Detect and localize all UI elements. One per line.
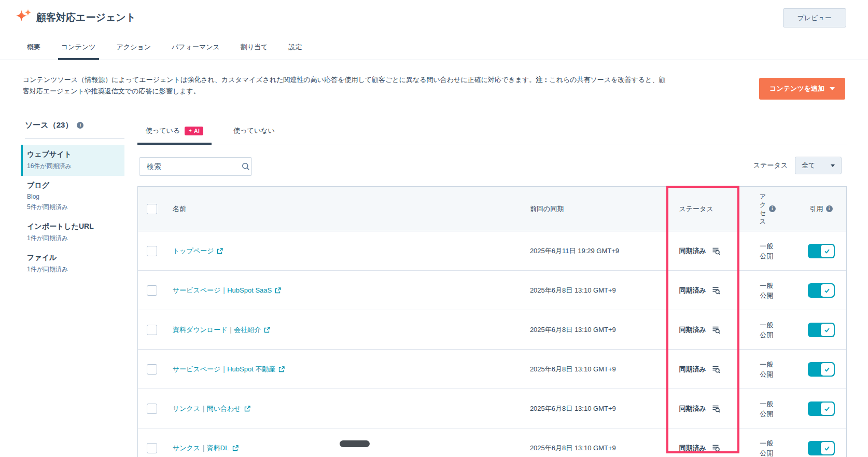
preview-button[interactable]: プレビュー (783, 8, 846, 27)
access-value: 一般公開 (760, 438, 775, 457)
status-text: 同期済み (679, 404, 706, 413)
last-sync-date: 2025年6月8日 13:10 GMT+9 (524, 325, 666, 335)
access-value: 一般公開 (760, 320, 775, 340)
external-link-icon (278, 366, 285, 372)
source-name-link[interactable]: 資料ダウンロード｜会社紹介 (173, 325, 270, 335)
add-content-label: コンテンツを追加 (769, 84, 824, 93)
citation-toggle[interactable] (808, 401, 835, 416)
doc-search-icon[interactable] (711, 404, 721, 414)
last-sync-date: 2025年6月8日 13:10 GMT+9 (524, 365, 666, 374)
access-value: 一般公開 (760, 281, 775, 300)
sidebar-item-website[interactable]: ウェブサイト 16件が同期済み (21, 145, 124, 176)
column-header-last-sync: 前回の同期 (524, 204, 666, 214)
note-label: 注： (536, 76, 549, 84)
check-icon (821, 324, 834, 336)
source-name-link[interactable]: サービスページ｜HubSpot 不動産 (173, 365, 285, 374)
status-text: 同期済み (679, 246, 706, 256)
column-header-status: ステータス (666, 204, 739, 214)
external-link-icon (275, 287, 281, 294)
tab-content[interactable]: コンテンツ (58, 37, 99, 60)
row-checkbox[interactable] (147, 285, 157, 296)
doc-search-icon[interactable] (711, 325, 721, 335)
citation-toggle[interactable] (808, 441, 835, 455)
search-input[interactable] (146, 162, 242, 171)
check-icon (821, 284, 834, 297)
table-row: サービスページ｜HubSpot 不動産 2025年6月8日 13:10 GMT+… (138, 350, 846, 389)
sidebar-divider (25, 138, 124, 139)
citation-toggle[interactable] (808, 323, 835, 337)
status-text: 同期済み (679, 286, 706, 295)
sidebar-item-imported-url[interactable]: インポートしたURL 1件が同期済み (21, 217, 124, 248)
status-filter: ステータス 全て (753, 157, 842, 174)
ai-badge: ✦AI (185, 127, 203, 135)
tab-not-in-use[interactable]: 使っていない (225, 117, 283, 145)
search-icon (242, 162, 250, 171)
external-link-icon (232, 445, 239, 451)
sources-info-icon[interactable] (77, 122, 83, 129)
access-info-icon[interactable] (769, 205, 776, 212)
chevron-down-icon (831, 164, 835, 167)
status-text: 同期済み (679, 325, 706, 335)
table-controls: ステータス 全て (137, 145, 847, 186)
status-text: 同期済み (679, 365, 706, 374)
access-value: 一般公開 (760, 399, 775, 419)
citation-info-icon[interactable] (826, 205, 833, 212)
check-icon (821, 245, 834, 257)
table-row: トップページ 2025年6月11日 19:29 GMT+9 同期済み 一般公開 (138, 231, 846, 271)
tab-performance[interactable]: パフォーマンス (169, 37, 223, 60)
source-name-link[interactable]: サンクス｜資料DL (173, 444, 239, 453)
check-icon (821, 403, 834, 415)
sidebar-item-files[interactable]: ファイル 1件が同期済み (21, 248, 124, 279)
usage-tabs: 使っている ✦AI 使っていない (137, 117, 847, 145)
row-checkbox[interactable] (147, 325, 157, 335)
main-nav-tabs: 概要 コンテンツ アクション パフォーマンス 割り当て 設定 (24, 37, 305, 60)
status-filter-dropdown[interactable]: 全て (795, 157, 842, 174)
tab-overview[interactable]: 概要 (24, 37, 44, 60)
add-content-button[interactable]: コンテンツを追加 (759, 78, 845, 100)
external-link-icon (244, 406, 250, 412)
status-filter-label: ステータス (753, 161, 788, 170)
column-header-access: アクセス (739, 192, 796, 226)
sources-table: 名前 前回の同期 ステータス アクセス 引用 トップページ 202 (137, 186, 847, 457)
access-value: 一般公開 (760, 241, 775, 261)
citation-toggle[interactable] (808, 362, 835, 377)
doc-search-icon[interactable] (711, 285, 721, 296)
check-icon (821, 442, 834, 454)
table-row: サービスページ｜HubSpot SaaS 2025年6月8日 13:10 GMT… (138, 271, 846, 310)
last-sync-date: 2025年6月8日 13:10 GMT+9 (524, 404, 666, 413)
row-checkbox[interactable] (147, 246, 157, 256)
doc-search-icon[interactable] (711, 364, 721, 375)
sources-sidebar: ソース（23） ウェブサイト 16件が同期済み ブログ Blog 5件が同期済み… (21, 120, 124, 279)
row-checkbox[interactable] (147, 364, 157, 375)
select-all-checkbox[interactable] (147, 204, 157, 214)
chevron-down-icon (830, 87, 835, 90)
top-bar: 顧客対応エージェント プレビュー 概要 コンテンツ アクション パフォーマンス … (0, 0, 868, 60)
source-name-link[interactable]: サービスページ｜HubSpot SaaS (173, 286, 281, 295)
table-row: サンクス｜問い合わせ 2025年6月8日 13:10 GMT+9 同期済み 一般… (138, 389, 846, 428)
status-text: 同期済み (679, 444, 706, 453)
external-link-icon (264, 327, 270, 333)
doc-search-icon[interactable] (711, 443, 721, 453)
source-name-link[interactable]: トップページ (173, 246, 223, 256)
source-name-link[interactable]: サンクス｜問い合わせ (173, 404, 250, 413)
table-header-row: 名前 前回の同期 ステータス アクセス 引用 (138, 187, 846, 231)
check-icon (821, 363, 834, 376)
citation-toggle[interactable] (808, 244, 835, 258)
access-value: 一般公開 (760, 359, 775, 379)
doc-search-icon[interactable] (711, 246, 721, 256)
customer-agent-page: 顧客対応エージェント プレビュー 概要 コンテンツ アクション パフォーマンス … (0, 0, 868, 457)
tab-in-use[interactable]: 使っている ✦AI (137, 117, 212, 145)
row-checkbox[interactable] (147, 443, 157, 453)
sources-title: ソース（23） (25, 120, 73, 130)
tab-settings[interactable]: 設定 (286, 37, 305, 60)
last-sync-date: 2025年6月8日 13:10 GMT+9 (524, 444, 666, 453)
column-header-citation: 引用 (796, 204, 846, 214)
tab-actions[interactable]: アクション (114, 37, 155, 60)
ai-sparkle-logo-icon (14, 7, 33, 26)
row-checkbox[interactable] (147, 404, 157, 414)
citation-toggle[interactable] (808, 283, 835, 298)
sidebar-item-blog[interactable]: ブログ Blog 5件が同期済み (21, 176, 124, 217)
tab-assignment[interactable]: 割り当て (237, 37, 271, 60)
page-title: 顧客対応エージェント (36, 11, 136, 24)
sparkle-icon: ✦ (188, 129, 192, 133)
